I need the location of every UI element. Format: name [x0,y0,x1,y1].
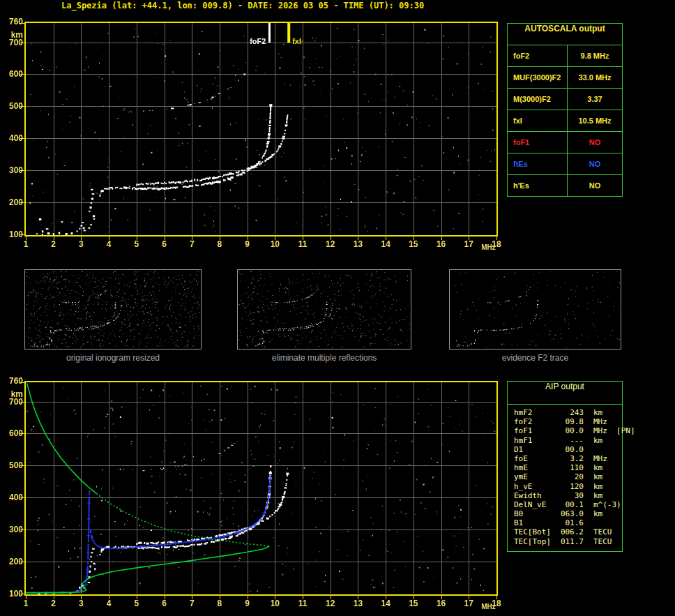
thumbnail-canvas-3 [449,269,621,350]
parameter-value: NO [568,153,622,174]
x-axis-tick-label: 3 [73,599,89,608]
x-axis-tick-label: 5 [128,599,145,608]
x-axis-tick-label: 9 [239,240,256,249]
parameter-unit: km [584,482,602,491]
parameter-unit: TECU [584,527,612,536]
aip-row-tecbot: TEC[Bot]006.2TECU [514,527,622,536]
parameter-label: D1 [514,445,556,454]
parameter-value: 30 [556,491,584,500]
y-axis-tick-label: 760 [1,17,23,27]
parameter-unit: MHz [PN] [584,426,635,435]
thumbnail-caption: eliminate multiple reflections [237,353,411,363]
parameter-label: foE [514,454,556,463]
x-axis-tick-label: 10 [266,599,283,608]
parameter-unit: MHz [584,417,607,426]
parameter-label: foF2 [514,417,556,426]
parameter-label: foF2 [508,45,568,66]
x-axis-tick-label: 17 [460,240,477,249]
y-axis-tick-label: 760 [1,377,23,386]
parameter-unit: MHz [584,454,607,463]
y-axis-tick-label: 300 [1,166,23,175]
x-axis-unit-label: MHz [481,243,496,251]
parameter-value: 110 [556,463,584,472]
aip-row-tectop: TEC[Top]011.7TECU [514,537,622,546]
y-axis-tick-label: 300 [1,525,23,534]
x-axis-tick-label: 4 [100,599,117,608]
x-axis-tick-label: 14 [377,599,394,608]
autoscala-row-fxi: fxI10.5 MHz [508,110,622,131]
x-axis-tick-label: 12 [322,240,339,249]
thumbnail-canvas-2 [237,269,411,350]
y-axis-tick-label: 400 [1,134,23,143]
y-axis-tick-label: 100 [1,230,23,239]
aip-row-delnve: DelN_vE00.1m^(-3) [514,500,622,509]
y-axis-tick-label: 200 [1,198,23,207]
parameter-label: M(3000)F2 [508,89,568,110]
parameter-value: 00.0 [556,426,584,435]
y-axis-tick-label: 500 [1,461,23,470]
aip-row-fof1: foF100.0MHz [PN] [514,426,622,435]
x-axis-tick-label: 1 [17,240,34,249]
x-axis-tick-label: 8 [211,599,228,608]
bottom-ionogram-canvas [17,381,500,603]
parameter-label: h_vE [514,482,556,491]
aip-row-ewidth: Ewidth30km [514,491,622,500]
x-axis-tick-label: 4 [100,240,117,249]
parameter-value: 09.8 [556,417,584,426]
parameter-unit: km [584,472,602,481]
parameter-value: 33.0 MHz [568,67,622,88]
x-axis-tick-label: 7 [183,599,200,608]
parameter-value: 006.2 [556,527,584,536]
aip-row-b0: B0063.0km [514,509,622,518]
y-axis-tick-label: 500 [1,102,23,111]
thumbnail-canvas-1 [24,269,202,350]
x-axis-tick-label: 5 [128,240,145,249]
parameter-value: --- [556,436,584,445]
aip-row-hve: h_vE120km [514,482,622,491]
aip-output-table: AIP output hmF2243kmfoF209.8MHzfoF100.0M… [507,381,623,552]
parameter-unit: TECU [584,537,612,546]
parameter-label: h'Es [508,175,568,196]
aip-row-d1: D100.0 [514,445,622,454]
x-axis-tick-label: 3 [73,240,89,249]
parameter-label: DelN_vE [514,500,556,509]
y-axis-tick-label: 600 [1,70,23,79]
x-axis-tick-label: 7 [183,240,200,249]
aip-row-hmf2: hmF2243km [514,408,622,417]
parameter-label: Ewidth [514,491,556,500]
x-axis-tick-label: 6 [156,599,173,608]
aip-row-hme: hmE110km [514,463,622,472]
y-axis-unit-label: km [1,30,23,40]
x-axis-unit-label: MHz [481,603,496,610]
y-axis-tick-label: 600 [1,429,23,438]
x-axis-tick-label: 14 [377,240,394,249]
x-axis-tick-label: 2 [45,599,62,608]
thumbnail-caption: original ionogram resized [24,353,202,363]
autoscala-row-muf3000f2: MUF(3000)F233.0 MHz [508,66,622,88]
parameter-label: TEC[Bot] [514,527,556,536]
parameter-value: 120 [556,482,584,491]
parameter-value: 9.8 MHz [568,45,622,66]
top-ionogram-canvas [17,22,500,243]
y-axis-tick-label: 100 [1,589,23,599]
thumbnail-caption: evidence F2 trace [449,353,621,363]
aip-row-yme: ymE20km [514,472,622,481]
x-axis-tick-label: 10 [266,240,283,249]
parameter-value: 3.2 [556,454,584,463]
parameter-value: 01.6 [556,518,584,527]
parameter-label: hmF2 [514,408,556,417]
aip-row-b1: B101.6 [514,518,622,527]
y-axis-tick-label: 200 [1,557,23,566]
x-axis-tick-label: 8 [211,240,228,249]
parameter-label: foF1 [514,426,556,435]
autoscala-output-table: AUTOSCALA output foF29.8 MHzMUF(3000)F23… [507,23,623,197]
parameter-label: ymE [514,472,556,481]
parameter-label: hmF1 [514,436,556,445]
parameter-label: MUF(3000)F2 [508,67,568,88]
parameter-value: 20 [556,472,584,481]
parameter-label: fxI [508,110,568,131]
x-axis-tick-label: 1 [17,599,34,608]
parameter-value: NO [568,132,622,153]
x-axis-tick-label: 2 [45,240,62,249]
x-axis-tick-label: 6 [156,240,173,249]
